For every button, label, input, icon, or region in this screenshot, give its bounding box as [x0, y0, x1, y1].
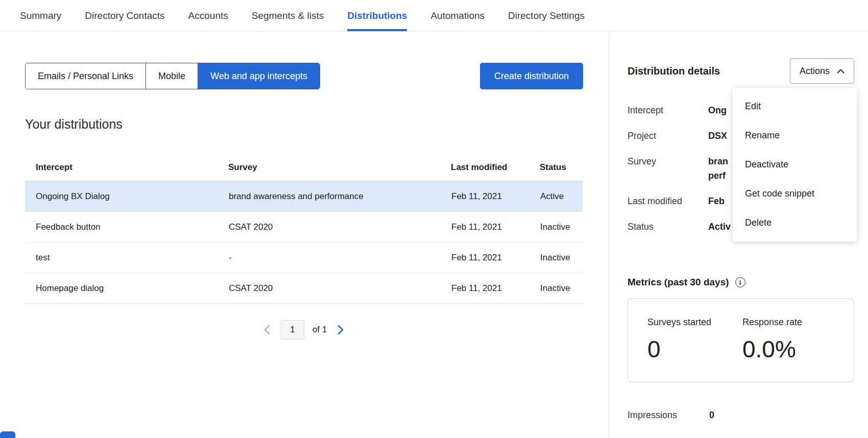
cell-last-modified: Feb 11, 2021: [451, 273, 540, 304]
metric-label: Response rate: [742, 317, 802, 328]
field-value: Feb: [708, 194, 725, 208]
segment-web-and-app-intercepts[interactable]: Web and app intercepts: [198, 63, 320, 89]
field-label: Project: [628, 129, 708, 143]
tab-distributions[interactable]: Distributions: [347, 0, 407, 31]
menu-item-rename[interactable]: Rename: [733, 121, 857, 150]
table-row[interactable]: test - Feb 11, 2021 Inactive: [25, 242, 583, 273]
distributions-table: Intercept Survey Last modified Status On…: [25, 162, 583, 304]
tab-automations[interactable]: Automations: [430, 0, 485, 31]
column-header-survey: Survey: [228, 162, 451, 181]
chevron-right-icon: [337, 324, 344, 335]
metrics-card: Surveys started 0 Response rate 0.0%: [628, 298, 854, 382]
field-label: Last modified: [628, 194, 708, 208]
tab-directory-contacts[interactable]: Directory Contacts: [85, 0, 164, 31]
menu-item-delete[interactable]: Delete: [733, 208, 857, 237]
impressions-label: Impressions: [628, 409, 709, 421]
field-label: Intercept: [628, 103, 708, 117]
tab-summary[interactable]: Summary: [20, 0, 61, 31]
details-panel-header: Distribution details Actions: [628, 58, 854, 84]
distribution-type-switcher: Emails / Personal Links Mobile Web and a…: [25, 63, 320, 89]
cell-status: Active: [540, 181, 583, 212]
create-distribution-button[interactable]: Create distribution: [480, 63, 583, 89]
menu-item-get-code-snippet[interactable]: Get code snippet: [733, 179, 857, 208]
cell-intercept: Homepage dialog: [25, 273, 228, 304]
segment-mobile[interactable]: Mobile: [146, 63, 198, 89]
actions-button-label: Actions: [800, 66, 830, 77]
actions-button[interactable]: Actions: [790, 58, 854, 84]
impressions-row: Impressions 0: [628, 409, 868, 421]
column-header-status: Status: [540, 162, 583, 181]
pagination: 1 of 1: [25, 320, 583, 339]
cell-survey: CSAT 2020: [228, 273, 451, 304]
distributions-main: Emails / Personal Links Mobile Web and a…: [0, 32, 609, 339]
metric-value: 0: [647, 335, 742, 363]
cell-last-modified: Feb 11, 2021: [451, 242, 540, 273]
page-count-label: of 1: [312, 325, 327, 335]
cell-survey: CSAT 2020: [228, 212, 451, 242]
toolbar: Emails / Personal Links Mobile Web and a…: [25, 63, 583, 89]
page-title: Your distributions: [25, 117, 609, 132]
metrics-title: Metrics (past 30 days): [628, 277, 729, 288]
cell-status: Inactive: [540, 212, 583, 242]
tab-directory-settings[interactable]: Directory Settings: [508, 0, 585, 31]
field-value: Activ: [708, 220, 731, 234]
bottom-left-widget[interactable]: [0, 431, 15, 438]
current-page[interactable]: 1: [281, 320, 304, 339]
cell-intercept: test: [25, 242, 228, 273]
tab-segments-lists[interactable]: Segments & lists: [252, 0, 324, 31]
actions-menu: Edit Rename Deactivate Get code snippet …: [733, 88, 857, 241]
cell-last-modified: Feb 11, 2021: [451, 181, 540, 212]
details-title: Distribution details: [628, 65, 720, 77]
metric-response-rate: Response rate 0.0%: [742, 317, 802, 363]
field-value: bran perf: [708, 154, 728, 183]
field-label: Survey: [628, 154, 708, 183]
cell-survey: brand awareness and performance: [228, 181, 451, 212]
cell-status: Inactive: [540, 273, 583, 304]
column-header-last-modified: Last modified: [451, 162, 540, 181]
cell-intercept: Ongoing BX Dialog: [25, 181, 228, 212]
column-header-intercept: Intercept: [25, 162, 228, 181]
impressions-value: 0: [709, 409, 714, 421]
chevron-up-icon: [837, 69, 845, 74]
metric-label: Surveys started: [647, 317, 742, 328]
distribution-details-panel: Distribution details Actions Intercept O…: [609, 32, 868, 438]
cell-intercept: Feedback button: [25, 212, 228, 242]
table-header-row: Intercept Survey Last modified Status: [25, 162, 583, 181]
metric-value: 0.0%: [742, 335, 802, 363]
segment-emails-personal-links[interactable]: Emails / Personal Links: [26, 63, 146, 89]
field-value: DSX: [708, 129, 727, 143]
info-icon[interactable]: i: [735, 277, 745, 287]
cell-last-modified: Feb 11, 2021: [451, 212, 540, 242]
next-page-button[interactable]: [335, 322, 346, 337]
field-label: Status: [628, 220, 708, 234]
menu-item-edit[interactable]: Edit: [733, 92, 857, 121]
top-nav: Summary Directory Contacts Accounts Segm…: [0, 0, 868, 32]
cell-survey: -: [228, 242, 451, 273]
menu-item-deactivate[interactable]: Deactivate: [733, 150, 857, 179]
field-value: Ong: [708, 103, 727, 117]
table-row[interactable]: Homepage dialog CSAT 2020 Feb 11, 2021 I…: [25, 273, 583, 304]
prev-page-button[interactable]: [261, 322, 273, 337]
tab-accounts[interactable]: Accounts: [188, 0, 228, 31]
metric-surveys-started: Surveys started 0: [647, 317, 742, 363]
chevron-left-icon: [263, 324, 271, 335]
table-row[interactable]: Ongoing BX Dialog brand awareness and pe…: [25, 181, 583, 212]
metrics-header: Metrics (past 30 days) i: [628, 277, 868, 288]
cell-status: Inactive: [540, 242, 583, 273]
table-row[interactable]: Feedback button CSAT 2020 Feb 11, 2021 I…: [25, 212, 583, 242]
